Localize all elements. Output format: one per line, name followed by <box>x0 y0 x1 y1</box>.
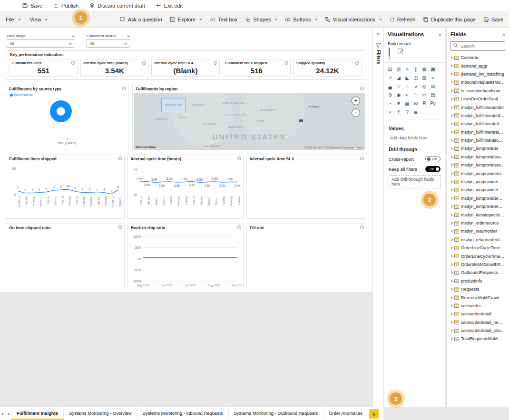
map-icon[interactable]: ⊕ <box>386 91 394 98</box>
tabs-scroll-left[interactable]: ‹ <box>0 410 6 417</box>
collapse-pane-icon[interactable]: » <box>439 31 441 37</box>
kpi-card[interactable]: Shipped quantity i 24.12K <box>294 59 362 77</box>
matrix-icon[interactable]: ⊠ <box>412 99 420 107</box>
book-to-ship-card[interactable]: Book to ship ratio i 100%50%0%-50%-100%M… <box>127 224 244 290</box>
field-table-row[interactable]: RevenueMoMGrowthR... <box>447 293 509 302</box>
shape-map-icon[interactable]: ◐ <box>403 91 411 98</box>
filters-pane-label[interactable]: Filters <box>376 50 381 64</box>
key-influencers-icon[interactable]: ◖ <box>386 108 394 116</box>
filled-map-icon[interactable]: ◉ <box>395 91 402 98</box>
field-table-row[interactable]: msdyn_iomprovider <box>447 145 509 153</box>
info-icon[interactable]: i <box>360 87 364 90</box>
filter-funnel-icon[interactable] <box>375 43 381 48</box>
field-table-row[interactable]: demand_inv_matching <box>447 70 509 78</box>
field-table-row[interactable]: msdyn_iomprovideracti... <box>447 161 509 169</box>
page-tab[interactable]: Systems Monitoring - Overview <box>64 407 137 420</box>
ask-a-question-button[interactable]: Ask a question <box>119 17 162 22</box>
line-chart[interactable]: 5007334589106443419Friday, A...Sunday...… <box>7 163 123 217</box>
field-table-row[interactable]: salesorder <box>447 302 509 310</box>
cross-report-toggle[interactable]: Off <box>425 156 440 162</box>
100-stacked-column-chart-icon[interactable]: ▩ <box>429 65 437 73</box>
field-table-row[interactable]: OrdersMoMGrowthRat... <box>447 260 509 268</box>
info-icon[interactable]: i <box>360 156 364 160</box>
field-table-row[interactable]: msdyn_iomprovideracti... <box>447 153 509 161</box>
kpi-card[interactable]: Fulfillment lines shipped i 516 <box>223 59 291 77</box>
page-tab[interactable]: Order Anomalies <box>323 407 367 420</box>
cycle-time-sla-card[interactable]: Internal cycle time SLA i <box>246 155 366 219</box>
shapes-menu[interactable]: Shapes <box>245 17 277 22</box>
expand-filters-icon[interactable]: « <box>373 28 383 36</box>
field-table-row[interactable]: msdyn_fulfillmentorder... <box>447 111 509 119</box>
text-box-button[interactable]: A Text box <box>209 17 237 22</box>
chevron-down-icon[interactable] <box>72 34 75 37</box>
donut-chart-icon[interactable]: ◎ <box>421 82 428 90</box>
clustered-column-chart-icon[interactable]: ∥ <box>412 65 420 73</box>
exit-edit-button[interactable]: Exit edit <box>156 2 183 9</box>
field-table-row[interactable]: OrderLineCycleTimeGoal <box>447 244 509 252</box>
build-visual-tab[interactable] <box>389 48 390 59</box>
line-chart-icon[interactable]: ↗ <box>386 74 394 81</box>
keep-all-filters-toggle[interactable]: On <box>425 166 440 172</box>
clustered-bar-chart-icon[interactable]: ≡ <box>403 65 411 73</box>
kpi-card[interactable]: Internal cycle time (hours) i 3.54K <box>80 59 148 77</box>
python-icon[interactable]: Py <box>429 99 437 107</box>
info-icon[interactable]: i <box>122 87 126 90</box>
fulfillment-source-dropdown[interactable]: All <box>87 39 129 48</box>
field-table-row[interactable]: msdyn_fulfillmentsource <box>447 136 509 144</box>
field-table-row[interactable]: salesorderdetail <box>447 310 509 318</box>
map-data-marker[interactable] <box>299 119 303 122</box>
field-table-row[interactable]: msdyn_iomproviderdefi... <box>447 169 509 177</box>
zoom-in-button[interactable]: + <box>352 97 360 105</box>
field-table-row[interactable]: msdyn_fulfillmentorder <box>447 103 509 111</box>
page-tab[interactable]: Systems Monitoring - Inbound Requests <box>137 407 229 420</box>
data-fields-well[interactable]: Add data fields here <box>389 134 440 142</box>
area-chart-icon[interactable]: ◢ <box>395 74 402 81</box>
collapse-pane-icon[interactable]: » <box>502 31 505 37</box>
save-page-button[interactable]: Save <box>483 17 503 22</box>
publish-button[interactable]: Publish <box>53 2 78 9</box>
refresh-button[interactable]: Refresh <box>389 17 416 22</box>
field-table-row[interactable]: demand_aggr <box>447 62 509 70</box>
field-table-row[interactable]: OutboundRequestsMo... <box>447 269 509 277</box>
ribbon-chart-icon[interactable]: ≈ <box>429 74 437 81</box>
kpi-card[interactable]: Internal cycle time SLA i (Blank) <box>151 59 219 77</box>
line-clustered-column-chart-icon[interactable]: ▥ <box>421 74 428 81</box>
card-icon[interactable]: ▭ <box>421 91 428 98</box>
field-table-row[interactable]: msdyn_iomproviderme... <box>447 186 509 194</box>
gauge-icon[interactable]: ◠ <box>412 91 420 98</box>
field-table-row[interactable]: msdyn_iomproviderme... <box>447 177 509 186</box>
field-table-row[interactable]: msdyn_returnorder <box>447 227 509 235</box>
field-table-row[interactable]: InboundRequestsMoM... <box>447 78 509 87</box>
scatter-chart-icon[interactable]: ∴ <box>403 82 411 90</box>
line-chart[interactable]: 100%50%0%-50%-100%May 2022Jun 2022Jul 20… <box>129 232 242 289</box>
save-draft-button[interactable]: Save <box>22 2 42 9</box>
field-table-row[interactable]: msdyn_iomproviderme... <box>447 194 509 202</box>
info-icon[interactable]: i <box>237 225 241 229</box>
line-stacked-column-chart-icon[interactable]: ◫ <box>412 74 420 81</box>
kpi-icon[interactable]: ◔ <box>386 99 394 107</box>
field-table-row[interactable]: is_inventonhandsum <box>447 87 509 95</box>
field-table-row[interactable]: msdyn_iomproviderme... <box>447 203 509 211</box>
waterfall-chart-icon[interactable]: ▄ <box>386 82 394 90</box>
pie-chart-icon[interactable]: ◕ <box>412 82 420 90</box>
funnel-chart-icon[interactable]: ▽ <box>395 82 402 90</box>
date-range-dropdown[interactable]: All <box>7 39 74 48</box>
field-table-row[interactable]: msdyn_returnorderdetail <box>447 235 509 244</box>
qa-icon[interactable]: ? <box>403 108 411 116</box>
info-icon[interactable]: i <box>360 225 364 229</box>
file-menu[interactable]: File <box>6 17 20 22</box>
zoom-out-button[interactable]: − <box>352 108 360 117</box>
field-table-row[interactable]: salesorderdetail_newor... <box>447 318 509 326</box>
info-icon[interactable]: i <box>284 61 288 65</box>
stacked-area-chart-icon[interactable]: ◣ <box>403 74 411 81</box>
100-stacked-bar-chart-icon[interactable]: ▦ <box>421 65 428 73</box>
map-visual[interactable]: WASHINGTON MONTANANORTH DAKOTASOUTH DAKO… <box>134 93 365 150</box>
treemap-icon[interactable]: ⊞ <box>429 82 437 90</box>
page-tab[interactable]: Systems Monitoring - Outbound Requests <box>229 407 323 420</box>
field-table-row[interactable]: Requests <box>447 285 509 293</box>
view-menu[interactable]: View <box>30 17 48 22</box>
search-input[interactable] <box>450 41 505 51</box>
info-icon[interactable]: i <box>118 156 122 160</box>
page-tab[interactable]: Fulfillment Insights <box>11 407 64 420</box>
tabs-scroll-right[interactable]: › <box>6 410 11 417</box>
